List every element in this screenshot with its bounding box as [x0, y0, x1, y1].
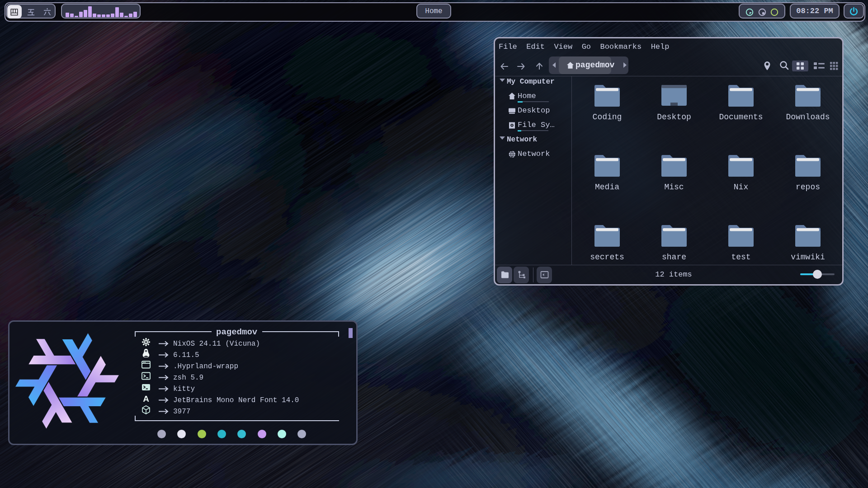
svg-text:A: A	[143, 394, 149, 404]
